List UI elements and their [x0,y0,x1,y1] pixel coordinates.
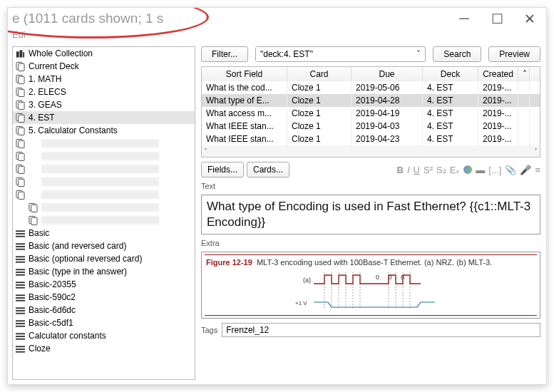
table-row[interactable]: What is the cod...Cloze 12019-05-064. ES… [202,81,540,94]
subscript-icon[interactable]: S₂ [436,165,446,175]
col-deck[interactable]: Deck [423,67,478,81]
bold-icon[interactable]: B [397,165,404,175]
deck-icon [16,190,25,200]
sidebar-item-4-est[interactable]: 4. EST [13,111,195,124]
col-due[interactable]: Due [352,67,423,81]
text-field[interactable]: What type of Encoding is used in Fast Et… [201,195,540,234]
cloze-icon[interactable]: [...] [488,165,501,175]
minimize-button[interactable]: ─ [448,8,481,29]
sidebar-item-label: Current Deck [29,61,79,71]
attachment-icon[interactable]: 📎 [505,165,516,175]
menu-edit[interactable]: Edi [12,29,26,40]
sidebar-item-label: 5. Calculator Constants [29,125,118,135]
sidebar-item-1-math[interactable]: 1. MATH [13,73,195,86]
svg-rect-43 [16,287,25,289]
table-row[interactable]: What IEEE stan...Cloze 12019-04-034. EST… [202,120,540,133]
col-created[interactable]: Created [478,67,518,81]
horizontal-scrollbar[interactable]: ˂˃ [202,145,540,157]
sidebar-item-blurred-7[interactable] [13,137,195,150]
window: e (1011 cards shown; 1 s ─ ☐ ✕ Edi Whole… [7,7,547,385]
sidebar-item-cloze[interactable]: Cloze [13,342,195,355]
sidebar-item-basic-type-in-the-answer-[interactable]: Basic (type in the answer) [13,265,195,278]
sidebar-item-label: Whole Collection [29,48,93,58]
extra-field[interactable]: Figure 12-19 MLT-3 encoding used with 10… [201,252,540,319]
deck-icon [16,151,25,161]
sidebar: Whole CollectionCurrent Deck1. MATH2. EL… [12,46,195,380]
sidebar-item-basic-c5df1[interactable]: Basic-c5df1 [13,316,195,329]
cell-sort: What type of E... [202,94,287,107]
italic-icon[interactable]: I [407,165,410,175]
more-icon[interactable]: ≡ [535,165,540,175]
color-icon[interactable] [463,165,472,174]
text-field-label: Text [201,182,540,190]
svg-rect-6 [19,76,24,83]
color-picker-icon[interactable]: ▬ [476,165,485,175]
filter-button[interactable]: Filter... [201,46,248,62]
table-row[interactable]: What type of E...Cloze 12019-04-284. EST… [202,94,540,107]
cell-card: Cloze 1 [287,120,352,133]
sidebar-item-blurred-9[interactable] [13,163,195,175]
svg-rect-14 [19,128,24,135]
sidebar-item-label: Basic (optional reversed card) [29,254,142,264]
fields-button[interactable]: Fields... [201,162,244,177]
sidebar-item-basic-6d6dc[interactable]: Basic-6d6dc [13,304,195,316]
notetype-icon [16,306,25,314]
sidebar-item-label: 4. EST [29,113,55,123]
sidebar-item-basic-optional-reversed-card-[interactable]: Basic (optional reversed card) [13,252,195,265]
cell-created: 2019-... [478,107,518,120]
cell-sort: What IEEE stan... [202,120,287,133]
sidebar-item-blurred-10[interactable] [13,175,195,188]
svg-rect-8 [19,89,24,96]
figure-caption: MLT-3 encoding used with 100Base-T Ether… [257,258,492,267]
sidebar-item-3-geas[interactable]: 3. GEAS [13,98,195,111]
sidebar-item-whole-collection[interactable]: Whole Collection [13,47,195,60]
cards-button[interactable]: Cards... [247,162,289,177]
search-combo[interactable]: ˅ [255,46,426,62]
table-row[interactable]: What access m...Cloze 12019-04-194. EST2… [202,107,540,120]
svg-rect-1 [20,50,23,57]
sidebar-item-calculator-constants[interactable]: Calculator constants [13,329,195,342]
sidebar-item-basic-590c2[interactable]: Basic-590c2 [13,291,195,304]
svg-rect-0 [16,51,19,57]
sidebar-item-current-deck[interactable]: Current Deck [13,60,195,73]
close-button[interactable]: ✕ [513,8,546,29]
sidebar-item-basic-and-reversed-card-[interactable]: Basic (and reversed card) [13,239,195,252]
col-sort-field[interactable]: Sort Field [202,67,287,81]
sidebar-item-2-elecs[interactable]: 2. ELECS [13,86,195,98]
sidebar-item-5-calculator-constants[interactable]: 5. Calculator Constants [13,124,195,137]
sidebar-item-blurred-12[interactable] [13,201,195,214]
sidebar-item-basic-20355[interactable]: Basic-20355 [13,278,195,291]
chevron-down-icon[interactable]: ˅ [412,49,425,59]
svg-rect-47 [16,307,25,309]
svg-rect-10 [19,102,24,109]
tags-input[interactable] [222,323,540,337]
sidebar-item-blurred-8[interactable] [13,150,195,163]
record-icon[interactable]: 🎤 [520,165,531,175]
cell-card: Cloze 1 [287,81,352,94]
wave-voltage: +1 V [295,300,307,306]
svg-rect-36 [16,259,25,260]
svg-rect-53 [16,333,25,334]
clear-format-icon[interactable]: Eₓ [450,165,461,175]
cell-card: Cloze 1 [287,94,352,107]
sidebar-item-blurred-13[interactable] [13,214,195,227]
maximize-button[interactable]: ☐ [481,8,513,29]
deck-icon [29,202,38,212]
svg-rect-30 [16,233,25,234]
underline-icon[interactable]: U [414,165,420,175]
svg-rect-57 [16,349,25,350]
table-row[interactable]: What IEEE stan...Cloze 12019-04-234. EST… [202,133,540,145]
search-button[interactable]: Search [433,46,481,62]
sidebar-item-basic[interactable]: Basic [13,227,195,239]
sidebar-item-label: Basic-20355 [29,279,76,289]
svg-rect-44 [16,294,25,296]
col-scroll-up[interactable]: ˄ [518,67,530,81]
sidebar-item-blurred-11[interactable] [13,188,195,201]
deck-icon [16,177,25,187]
search-input[interactable] [256,47,412,61]
col-card[interactable]: Card [287,67,352,81]
svg-rect-55 [16,339,25,340]
superscript-icon[interactable]: S² [424,165,433,175]
preview-button[interactable]: Preview [488,46,540,62]
svg-rect-41 [16,282,25,283]
